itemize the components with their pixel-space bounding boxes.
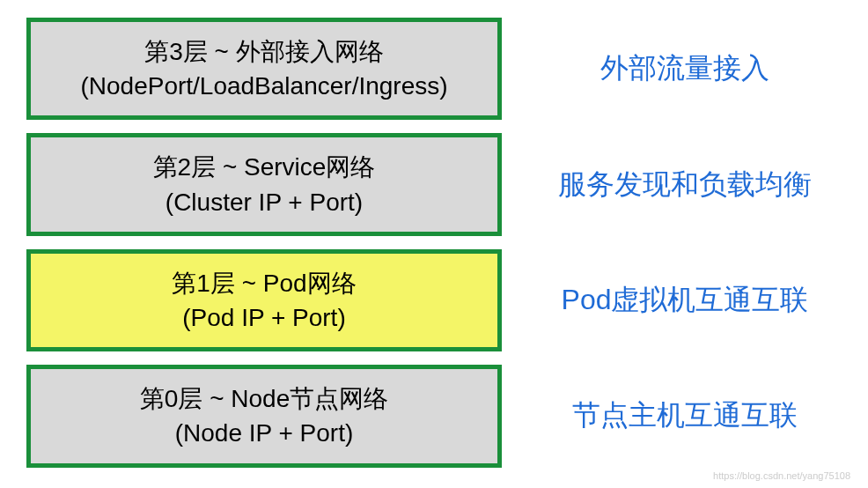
layer-subtitle: (Node IP + Port) (40, 416, 489, 450)
layer-desc-2: 服务发现和负载均衡 (528, 166, 842, 204)
layer-title: 第0层 ~ Node节点网络 (40, 381, 489, 416)
layer-desc-0: 节点主机互通互联 (528, 396, 842, 435)
layer-title: 第1层 ~ Pod网络 (40, 266, 489, 300)
layer-box-1-highlighted: 第1层 ~ Pod网络 (Pod IP + Port) (26, 249, 502, 351)
layer-subtitle: (Pod IP + Port) (40, 300, 489, 335)
layer-box-0: 第0层 ~ Node节点网络 (Node IP + Port) (26, 365, 502, 467)
layer-desc-3: 外部流量接入 (528, 49, 842, 88)
network-layers-diagram: 第3层 ~ 外部接入网络 (NodePort/LoadBalancer/Ingr… (26, 18, 842, 468)
layer-title: 第3层 ~ 外部接入网络 (40, 34, 489, 69)
layer-subtitle: (Cluster IP + Port) (40, 185, 489, 219)
layer-box-2: 第2层 ~ Service网络 (Cluster IP + Port) (26, 133, 502, 235)
layer-row-3: 第3层 ~ 外部接入网络 (NodePort/LoadBalancer/Ingr… (26, 18, 842, 120)
layer-row-2: 第2层 ~ Service网络 (Cluster IP + Port) 服务发现… (26, 133, 842, 235)
watermark-text: https://blog.csdn.net/yang75108 (713, 470, 850, 481)
layer-subtitle: (NodePort/LoadBalancer/Ingress) (40, 69, 489, 103)
layer-box-3: 第3层 ~ 外部接入网络 (NodePort/LoadBalancer/Ingr… (26, 18, 502, 120)
layer-desc-1: Pod虚拟机互通互联 (528, 281, 842, 320)
layer-row-0: 第0层 ~ Node节点网络 (Node IP + Port) 节点主机互通互联 (26, 365, 842, 467)
layer-row-1: 第1层 ~ Pod网络 (Pod IP + Port) Pod虚拟机互通互联 (26, 249, 842, 351)
layer-title: 第2层 ~ Service网络 (40, 150, 489, 184)
